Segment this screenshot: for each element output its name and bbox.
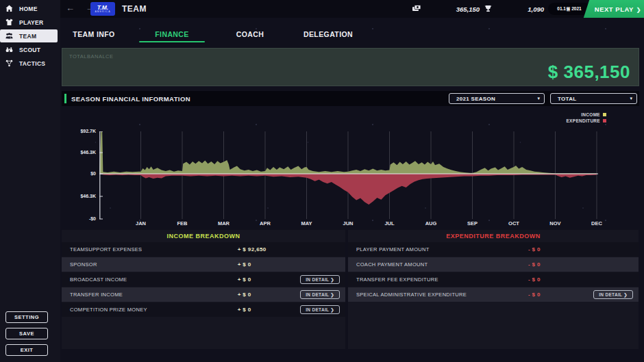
sidebar-item-label: HOME [19,5,38,12]
row-label: COACH PAYMENT AMOUNT [348,261,428,268]
sidebar-item-player[interactable]: PLAYER [0,16,60,29]
chevron-down-icon: ▾ [537,96,540,101]
y-tick-label: $46.3K [66,194,96,198]
exit-button[interactable]: EXIT [5,344,48,356]
y-tick-label: -$0 [66,216,96,221]
row-label: PLAYER PAYMENT AMOUNT [348,246,430,253]
money-value: 365,150 [422,5,480,13]
top-bar: ← → T.M. AMERICA TEAM 365,150 1,090 01.1… [0,0,644,18]
money-icon [411,3,422,15]
row-label: TRANSFER FEE EXPENDITURE [348,276,438,283]
tab-coach[interactable]: COACH [211,26,289,46]
season-dropdown[interactable]: 2021 SEASON ▾ [449,93,545,104]
row-label: COMPETITION PRIZE MONEY [62,307,147,313]
expenditure-breakdown-title: EXPENDITURE BREAKDOWN [348,230,639,242]
sidebar-item-home[interactable]: HOME [0,2,60,15]
month-label: JUL [384,220,395,227]
row-value: - $ 0 [528,246,541,253]
row-value: + $ 0 [238,292,251,298]
in-detail-button[interactable]: IN DETAIL ❯ [300,275,340,284]
income-breakdown-table: TEAMSUPPORT EXPENSES+ $ 92,650SPONSOR+ $… [62,242,345,317]
season-financial-header: SEASON FINANCIAL INFORMATION 2021 SEASON… [62,91,639,106]
page-title: TEAM [122,4,147,14]
sidebar-item-team[interactable]: TEAM [0,29,58,42]
row-value: + $ 92,650 [238,246,267,253]
total-balance-panel: TOTALBANALCE $ 365,150 [62,48,639,86]
money-counter: 365,150 [411,0,480,18]
logo-subtext: AMERICA [95,11,111,14]
trophy-icon [482,3,493,15]
team-tabs: TEAM INFO FINANCE COACH DELEGATION [55,26,367,46]
row-value: - $ 0 [528,276,541,283]
month-label: APR [260,220,271,227]
next-play-button[interactable]: NEXT PLAY❯ [584,0,644,18]
season-dropdown-value: 2021 SEASON [456,96,532,102]
in-detail-button[interactable]: IN DETAIL ❯ [300,290,340,299]
tab-finance[interactable]: FINANCE [133,26,211,46]
legend-expenditure: EXPENDITURE [480,118,606,124]
team-icon [5,32,15,40]
month-label: AUG [425,220,437,227]
total-balance-value: $ 365,150 [548,62,630,83]
table-row: TEAMSUPPORT EXPENSES+ $ 92,650 [62,242,345,257]
row-value: + $ 0 [238,307,251,313]
row-label: SPONSOR [62,261,97,268]
table-row: BROADCAST INCOME+ $ 0IN DETAIL ❯ [62,272,345,287]
month-label: JAN [136,220,146,227]
table-row: TRANSFER FEE EXPENDITURE- $ 0 [348,272,639,287]
month-label: JUN [343,220,353,227]
in-detail-button[interactable]: IN DETAIL ❯ [300,305,340,314]
month-label: DEC [591,220,602,227]
sidebar-item-label: SCOUT [19,47,40,53]
month-label: FEB [177,220,188,227]
row-label: TEAMSUPPORT EXPENSES [62,246,142,253]
table-row: PLAYER PAYMENT AMOUNT- $ 0 [348,242,639,257]
expenditure-breakdown-table: PLAYER PAYMENT AMOUNT- $ 0COACH PAYMENT … [348,242,639,302]
month-label: OCT [508,220,519,227]
finance-chart-svg: JANFEBMARAPRMAYJUNJULAUGSEPOCTNOVDEC [99,131,603,231]
month-label: MAY [301,220,312,227]
setting-button[interactable]: SETTING [5,311,48,323]
row-value: + $ 0 [238,261,251,268]
income-breakdown-panel: INCOME BREAKDOWN TEAMSUPPORT EXPENSES+ $… [62,230,345,349]
y-tick-label: $0 [66,171,96,176]
y-tick-label: $46.3K [66,150,96,155]
table-row: COMPETITION PRIZE MONEY+ $ 0IN DETAIL ❯ [62,302,345,317]
sidebar-item-scout[interactable]: SCOUT [0,43,60,56]
chart-legend: INCOME EXPENDITURE [480,112,606,124]
sidebar-item-label: PLAYER [19,19,44,26]
back-arrow-icon[interactable]: ← [66,3,79,13]
chevron-right-icon: ❯ [636,7,641,13]
expenditure-breakdown-panel: EXPENDITURE BREAKDOWN PLAYER PAYMENT AMO… [348,230,639,349]
save-button[interactable]: SAVE [5,328,48,339]
row-value: - $ 0 [528,261,541,268]
binoculars-icon [5,46,15,53]
y-tick-label: $92.7K [66,129,96,133]
in-detail-button[interactable]: IN DETAIL ❯ [593,290,633,299]
sidebar-item-label: TEAM [19,33,36,40]
month-label: MAR [218,220,230,227]
player-shirt-icon [5,18,15,26]
month-label: SEP [467,220,478,227]
table-row: COACH PAYMENT AMOUNT- $ 0 [348,257,639,272]
chevron-down-icon: ▾ [630,96,632,101]
tab-team-info[interactable]: TEAM INFO [55,26,133,46]
expenditure-swatch [603,119,606,122]
next-play-label: NEXT PLAY [595,5,634,13]
income-swatch [603,113,606,116]
row-label: TRANSFER INCOME [62,292,123,298]
sidebar-item-tactics[interactable]: TACTICS [0,57,60,70]
row-label: BROADCAST INCOME [62,276,127,283]
row-label: SPEICAL ADMINISTRATIVE EXPENDITURE [348,292,467,298]
legend-income: INCOME [480,112,606,118]
type-dropdown[interactable]: TOTAL ▾ [550,93,637,104]
sidebar-item-label: TACTICS [19,60,45,67]
header-accent-bar [64,94,66,103]
logo-text: T.M. [97,5,108,11]
sidebar: HOME PLAYER TEAM SCOUT TACTICS [0,0,60,362]
game-logo: T.M. AMERICA [90,2,115,16]
home-icon [5,5,15,12]
date-text: 01.1월 2021 [557,6,581,12]
section-title: SEASON FINANCIAL INFORMATION [71,95,190,103]
tab-delegation[interactable]: DELEGATION [289,26,367,46]
